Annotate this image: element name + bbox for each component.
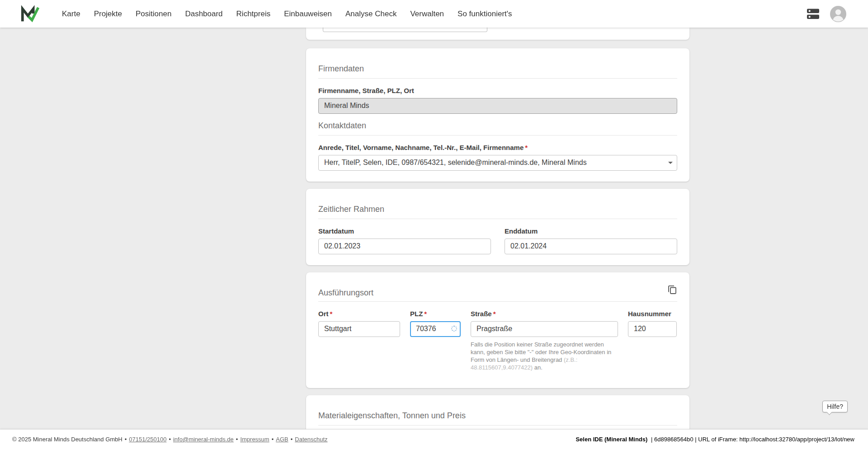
city-label-text: Ort	[318, 310, 329, 318]
end-date-label: Enddatum	[505, 227, 677, 235]
street-input[interactable]	[471, 321, 618, 337]
nav-item-einbauweisen[interactable]: Einbauweisen	[284, 9, 332, 19]
location-card: Ausführungsort Ort* PLZ*	[306, 272, 689, 388]
street-hint: Falls die Position keiner Straße zugeord…	[471, 341, 618, 371]
nav-item-richtpreis[interactable]: Richtpreis	[236, 9, 271, 19]
session-details: | 6d89868564b0 | URL of iFrame: http://l…	[651, 436, 854, 443]
footer-link-agb[interactable]: AGB	[276, 436, 288, 443]
nav-item-so-funktionierts[interactable]: So funktioniert's	[458, 9, 512, 19]
house-number-input[interactable]	[628, 321, 677, 337]
copy-location-icon[interactable]	[667, 285, 677, 295]
clipped-input[interactable]	[323, 28, 487, 32]
zip-group: PLZ*	[410, 310, 461, 377]
city-input[interactable]	[318, 321, 400, 337]
zip-label-text: PLZ	[410, 310, 423, 318]
street-hint-text: Falls die Position keiner Straße zugeord…	[471, 341, 611, 363]
required-marker: *	[424, 310, 427, 318]
top-navbar: Karte Projekte Positionen Dashboard Rich…	[0, 0, 868, 28]
brand-logo-icon[interactable]	[20, 5, 39, 23]
session-user: Selen IDE (Mineral Minds)	[576, 436, 647, 443]
required-marker: *	[493, 310, 496, 318]
required-marker: *	[525, 144, 528, 151]
street-group: Straße* Falls die Position keiner Straße…	[471, 310, 618, 377]
clipped-previous-card	[306, 28, 689, 40]
city-label: Ort*	[318, 310, 400, 318]
help-button[interactable]: Hilfe?	[822, 401, 848, 412]
house-number-group: Hausnummer	[628, 310, 677, 377]
street-label: Straße*	[471, 310, 618, 318]
user-avatar[interactable]	[830, 6, 846, 22]
separator-dot: •	[169, 436, 171, 443]
footer-legal: © 2025 Mineral Minds Deutschland GmbH • …	[12, 436, 328, 443]
city-group: Ort*	[318, 310, 400, 377]
nav-item-dashboard[interactable]: Dashboard	[185, 9, 222, 19]
footer-link-impressum[interactable]: Impressum	[240, 436, 269, 443]
company-name-field	[318, 98, 677, 114]
company-field-label: Firmenname, Straße, PLZ, Ort	[318, 87, 677, 94]
section-title-firmendaten: Firmendaten	[318, 64, 677, 79]
nav-item-verwalten[interactable]: Verwalten	[410, 9, 444, 19]
contact-field-label: Anrede, Titel, Vorname, Nachname, Tel.-N…	[318, 144, 677, 151]
separator-dot: •	[272, 436, 274, 443]
separator-dot: •	[236, 436, 238, 443]
end-date-group: Enddatum	[505, 227, 677, 254]
contact-select-value: Herr, TitelP, Selen, IDE, 0987/654321, s…	[324, 159, 587, 167]
start-date-group: Startdatum	[318, 227, 491, 254]
page-footer: © 2025 Mineral Minds Deutschland GmbH • …	[0, 429, 868, 449]
navbar-actions	[807, 6, 846, 22]
copyright-text: © 2025 Mineral Minds Deutschland GmbH	[12, 436, 123, 443]
lot-form: Firmendaten Firmenname, Straße, PLZ, Ort…	[306, 28, 689, 449]
contact-select[interactable]: Herr, TitelP, Selen, IDE, 0987/654321, s…	[318, 155, 677, 171]
section-title-ausfuehrungsort: Ausführungsort	[318, 288, 373, 298]
nav-item-analyse-check[interactable]: Analyse Check	[345, 9, 396, 19]
nav-item-projekte[interactable]: Projekte	[94, 9, 122, 19]
end-date-input[interactable]	[505, 239, 677, 254]
company-data-card: Firmendaten Firmenname, Straße, PLZ, Ort…	[306, 48, 689, 182]
section-title-zeitlicher-rahmen: Zeitlicher Rahmen	[318, 205, 677, 219]
section-title-material: Materialeigenschaften, Tonnen und Preis	[318, 411, 677, 426]
required-marker: *	[330, 310, 333, 318]
street-hint-suffix: an.	[534, 364, 542, 371]
zip-label: PLZ*	[410, 310, 461, 318]
street-label-text: Straße	[471, 310, 492, 318]
timeframe-card: Zeitlicher Rahmen Startdatum Enddatum	[306, 189, 689, 265]
separator-dot: •	[291, 436, 293, 443]
contact-field-label-text: Anrede, Titel, Vorname, Nachname, Tel.-N…	[318, 144, 524, 151]
server-storage-icon[interactable]	[807, 9, 819, 19]
nav-item-karte[interactable]: Karte	[62, 9, 80, 19]
separator-dot: •	[125, 436, 127, 443]
start-date-label: Startdatum	[318, 227, 491, 235]
house-number-label: Hausnummer	[628, 310, 677, 318]
footer-session-info: Selen IDE (Mineral Minds) | 6d89868564b0…	[576, 436, 854, 443]
company-field-label-text: Firmenname, Straße, PLZ, Ort	[318, 87, 414, 94]
main-nav: Karte Projekte Positionen Dashboard Rich…	[62, 9, 512, 19]
footer-link-datenschutz[interactable]: Datenschutz	[295, 436, 327, 443]
start-date-input[interactable]	[318, 239, 491, 254]
footer-link-phone[interactable]: 07151/250100	[129, 436, 166, 443]
chevron-down-icon	[668, 162, 673, 164]
nav-item-positionen[interactable]: Positionen	[136, 9, 171, 19]
section-title-kontaktdaten: Kontaktdaten	[318, 121, 677, 136]
footer-link-email[interactable]: info@mineral-minds.de	[173, 436, 234, 443]
